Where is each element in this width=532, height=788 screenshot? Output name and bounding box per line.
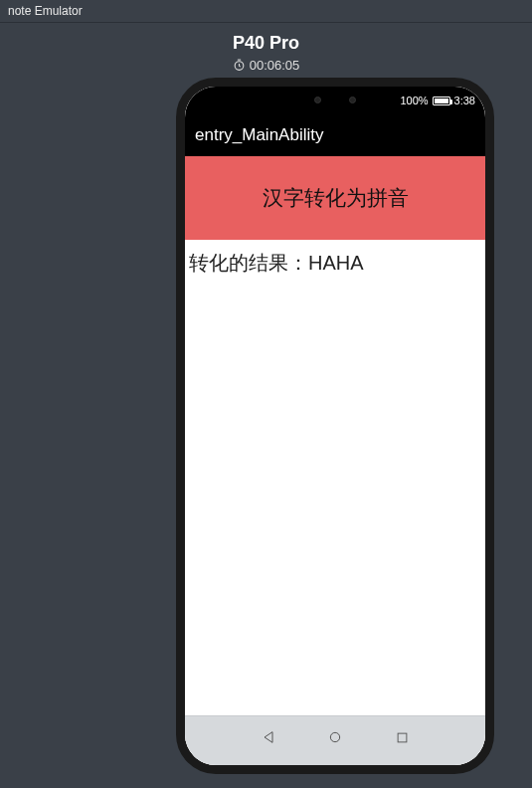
result-prefix: 转化的结果： [189, 252, 308, 274]
camera-dot [314, 97, 321, 103]
svg-rect-6 [398, 733, 407, 742]
nav-home-button[interactable] [315, 721, 355, 753]
nav-recent-button[interactable] [382, 721, 422, 753]
phone-frame: 5G 100% 3:38 entry_MainAbility 汉字转化为拼音 转… [176, 78, 494, 774]
phone-notch [275, 90, 395, 109]
clock-time: 3:38 [454, 95, 475, 106]
stopwatch-icon [233, 59, 246, 72]
camera-dot [349, 97, 356, 103]
phone-screen: 5G 100% 3:38 entry_MainAbility 汉字转化为拼音 转… [185, 87, 485, 765]
result-text: 转化的结果：HAHA [185, 240, 485, 287]
battery-percentage: 100% [400, 95, 428, 106]
session-timer: 00:06:05 [0, 58, 532, 73]
device-name-label: P40 Pro [0, 33, 532, 54]
phone-side-button-power[interactable] [485, 370, 488, 425]
svg-point-5 [330, 732, 339, 741]
window-title: note Emulator [0, 0, 532, 23]
phone-side-button-volume[interactable] [485, 315, 488, 347]
device-header: P40 Pro 00:06:05 [0, 23, 532, 73]
result-value: HAHA [308, 252, 364, 274]
app-content-area [185, 287, 485, 715]
app-title-bar: entry_MainAbility [185, 114, 485, 156]
system-nav-bar [185, 715, 485, 765]
convert-button[interactable]: 汉字转化为拼音 [185, 156, 485, 240]
timer-value: 00:06:05 [250, 58, 300, 73]
battery-icon [433, 97, 450, 105]
nav-back-button[interactable] [249, 721, 288, 753]
